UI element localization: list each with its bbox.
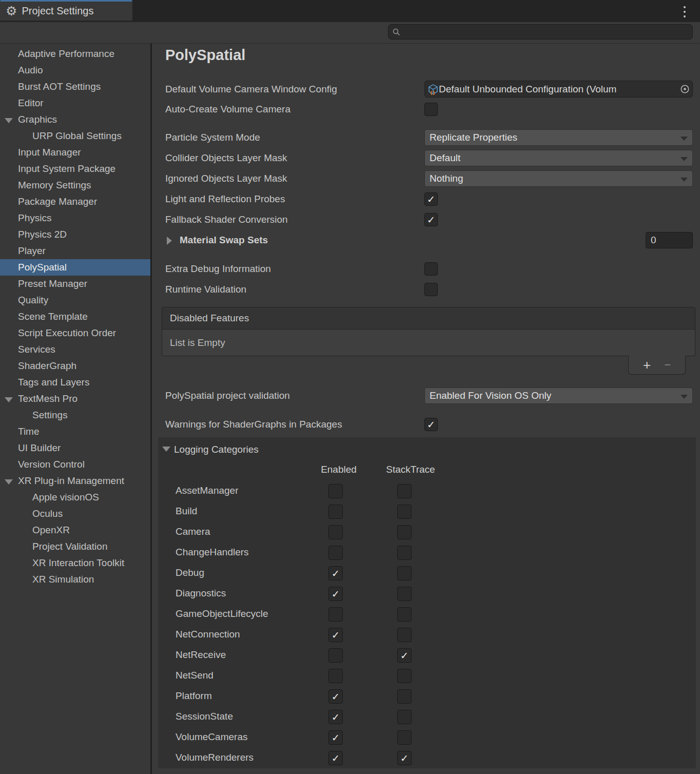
- foldout-open-icon[interactable]: [5, 118, 13, 123]
- default-volume-camera-window-config-object-field[interactable]: {} Default Unbounded Configuration (Volu…: [424, 81, 693, 98]
- fallback-shader-conversion-checkbox[interactable]: [424, 213, 438, 226]
- enabled-checkbox[interactable]: [328, 628, 343, 642]
- foldout-open-icon[interactable]: [5, 397, 13, 402]
- search-box[interactable]: [388, 24, 693, 40]
- sidebar-item[interactable]: Project Validation: [0, 538, 150, 555]
- sidebar-item[interactable]: ShaderGraph: [0, 358, 150, 374]
- sidebar-item[interactable]: Physics 2D: [0, 226, 150, 243]
- warnings-for-shadergraphs-checkbox[interactable]: [424, 418, 438, 431]
- stacktrace-checkbox[interactable]: [397, 505, 412, 519]
- stacktrace-checkbox[interactable]: [397, 628, 412, 642]
- stacktrace-checkbox[interactable]: [397, 587, 412, 601]
- sidebar-item[interactable]: XR Plug-in Management: [0, 473, 150, 489]
- sidebar-item[interactable]: Player: [0, 243, 150, 259]
- enabled-checkbox[interactable]: [328, 566, 343, 580]
- sidebar-item[interactable]: Adaptive Performance: [0, 46, 150, 62]
- logging-rows: AssetManager Build Camera ChangeHandlers: [158, 480, 696, 768]
- stacktrace-checkbox[interactable]: [397, 710, 412, 724]
- sidebar-item[interactable]: UI Builder: [0, 440, 150, 456]
- foldout-open-icon[interactable]: [5, 479, 13, 485]
- foldout-closed-icon[interactable]: [167, 237, 172, 245]
- sidebar-item[interactable]: PolySpatial: [0, 259, 150, 276]
- enabled-checkbox[interactable]: [328, 648, 343, 663]
- sidebar-item[interactable]: Burst AOT Settings: [0, 79, 150, 95]
- sidebar-item-label: Time: [18, 426, 40, 437]
- stacktrace-checkbox[interactable]: [397, 566, 412, 580]
- foldout-open-icon[interactable]: [162, 447, 170, 452]
- sidebar-item-label: Apple visionOS: [32, 492, 99, 502]
- enabled-checkbox[interactable]: [328, 525, 343, 539]
- sidebar-item[interactable]: TextMesh Pro: [0, 391, 150, 407]
- logging-row: NetSend: [158, 665, 696, 686]
- disabled-features-empty-text: List is Empty: [162, 330, 695, 356]
- sidebar-item-label: URP Global Settings: [32, 130, 122, 141]
- sidebar-item[interactable]: Input Manager: [0, 144, 150, 161]
- stacktrace-checkbox[interactable]: [397, 669, 412, 683]
- ignored-objects-layer-mask-dropdown[interactable]: Nothing: [424, 170, 693, 187]
- sidebar-item[interactable]: Tags and Layers: [0, 374, 150, 391]
- enabled-checkbox[interactable]: [328, 607, 343, 622]
- polyspatial-project-validation-dropdown[interactable]: Enabled For Vision OS Only: [424, 388, 693, 404]
- particle-system-mode-dropdown[interactable]: Replicate Properties: [424, 129, 693, 146]
- runtime-validation-checkbox[interactable]: [424, 283, 438, 296]
- enabled-checkbox[interactable]: [328, 669, 343, 683]
- sidebar-item[interactable]: Oculus: [0, 506, 150, 522]
- enabled-checkbox[interactable]: [328, 730, 343, 745]
- add-button[interactable]: +: [643, 358, 651, 372]
- enabled-checkbox[interactable]: [328, 546, 343, 560]
- sidebar-item[interactable]: Quality: [0, 292, 150, 308]
- sidebar-item-label: Services: [18, 344, 55, 355]
- enabled-checkbox[interactable]: [328, 505, 343, 519]
- sidebar-item[interactable]: XR Interaction Toolkit: [0, 555, 150, 571]
- stacktrace-checkbox[interactable]: [397, 751, 412, 765]
- enabled-checkbox[interactable]: [328, 689, 343, 704]
- sidebar-item[interactable]: Version Control: [0, 456, 150, 473]
- sidebar-item[interactable]: Scene Template: [0, 308, 150, 325]
- extra-debug-information-checkbox[interactable]: [424, 262, 438, 276]
- particle-system-mode-label: Particle System Mode: [165, 129, 260, 146]
- material-swap-sets-count-field[interactable]: 0: [646, 232, 693, 248]
- material-swap-sets-label[interactable]: Material Swap Sets: [180, 232, 268, 248]
- sidebar-item[interactable]: Audio: [0, 62, 150, 79]
- enabled-checkbox[interactable]: [328, 751, 343, 765]
- stacktrace-checkbox[interactable]: [397, 730, 412, 745]
- sidebar-item[interactable]: OpenXR: [0, 522, 150, 538]
- sidebar-item[interactable]: Time: [0, 423, 150, 440]
- tab-project-settings[interactable]: ⚙ Project Settings: [0, 0, 132, 21]
- project-settings-window: ⚙ Project Settings Adaptive Performance …: [0, 0, 700, 774]
- sidebar-item-label: Memory Settings: [18, 180, 91, 190]
- logging-category-label: Debug: [176, 563, 204, 583]
- enabled-checkbox[interactable]: [328, 587, 343, 601]
- stacktrace-checkbox[interactable]: [397, 484, 412, 498]
- object-picker-icon[interactable]: [677, 81, 692, 97]
- stacktrace-checkbox[interactable]: [397, 689, 412, 704]
- sidebar-item[interactable]: Apple visionOS: [0, 489, 150, 506]
- sidebar-item[interactable]: Services: [0, 341, 150, 358]
- stacktrace-checkbox[interactable]: [397, 648, 412, 663]
- enabled-checkbox[interactable]: [328, 484, 343, 498]
- logging-categories-title[interactable]: Logging Categories: [174, 442, 259, 457]
- sidebar-item[interactable]: Graphics: [0, 111, 150, 128]
- sidebar-item[interactable]: URP Global Settings: [0, 128, 150, 144]
- stacktrace-checkbox[interactable]: [397, 525, 412, 539]
- collider-objects-layer-mask-dropdown[interactable]: Default: [424, 150, 693, 166]
- sidebar-item[interactable]: Input System Package: [0, 161, 150, 177]
- auto-create-volume-camera-checkbox[interactable]: [424, 103, 438, 116]
- sidebar-item-label: Burst AOT Settings: [18, 81, 101, 92]
- sidebar-item[interactable]: Script Execution Order: [0, 325, 150, 341]
- sidebar-item[interactable]: Settings: [0, 407, 150, 423]
- light-and-reflection-probes-checkbox[interactable]: [424, 192, 438, 206]
- stacktrace-checkbox[interactable]: [397, 607, 412, 622]
- kebab-menu-icon[interactable]: [681, 6, 688, 17]
- sidebar-item[interactable]: Memory Settings: [0, 177, 150, 194]
- logging-category-label: ChangeHandlers: [176, 542, 249, 563]
- sidebar-item[interactable]: Editor: [0, 95, 150, 111]
- sidebar-item[interactable]: Preset Manager: [0, 276, 150, 292]
- sidebar-item[interactable]: Physics: [0, 210, 150, 226]
- search-input[interactable]: [403, 24, 692, 40]
- remove-button[interactable]: −: [664, 359, 671, 371]
- enabled-checkbox[interactable]: [328, 710, 343, 724]
- sidebar-item[interactable]: Package Manager: [0, 194, 150, 210]
- sidebar-item[interactable]: XR Simulation: [0, 571, 150, 588]
- stacktrace-checkbox[interactable]: [397, 546, 412, 560]
